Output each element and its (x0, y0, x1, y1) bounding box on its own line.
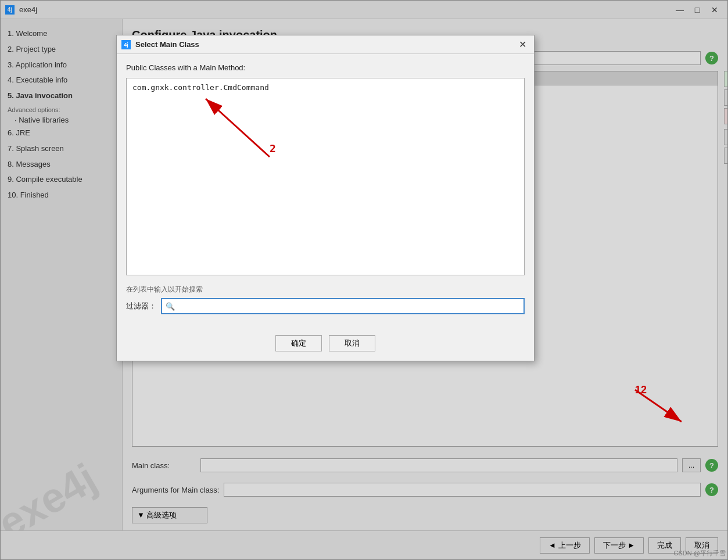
annotation-arrow-2 (188, 93, 304, 163)
main-window: 4j exe4j — □ ✕ 1. Welcome 2. Project typ… (0, 0, 728, 560)
filter-label: 过滤器： (126, 301, 156, 311)
select-main-class-dialog: 4j Select Main Class ✕ Public Classes wi… (116, 35, 535, 361)
annotation-12-label: 12 (635, 384, 647, 396)
annotation-2-label: 2 (270, 142, 276, 155)
dialog-body: Public Classes with a Main Method: com.g… (117, 54, 534, 331)
svg-line-1 (206, 99, 270, 157)
dialog-title-left: 4j Select Main Class (121, 40, 199, 49)
dialog-confirm-button[interactable]: 确定 (275, 335, 322, 351)
search-section: 在列表中输入以开始搜索 过滤器： (126, 285, 525, 314)
annotation-12-area: 12 (623, 384, 693, 432)
svg-line-3 (635, 390, 682, 422)
dialog-cancel-button[interactable]: 取消 (329, 335, 375, 351)
filter-row: 过滤器： (126, 298, 525, 314)
annotation-area: 2 (130, 93, 521, 151)
dialog-icon: 4j (121, 40, 131, 49)
annotation-arrow-12 (623, 384, 693, 430)
dialog-close-button[interactable]: ✕ (515, 38, 529, 51)
filter-text-input[interactable] (166, 302, 520, 311)
dialog-footer: 确定 取消 (117, 331, 534, 361)
dialog-title-bar: 4j Select Main Class ✕ (117, 35, 534, 54)
search-hint: 在列表中输入以开始搜索 (126, 285, 525, 295)
dialog-subtitle: Public Classes with a Main Method: (126, 63, 525, 72)
dialog-overlay: 4j Select Main Class ✕ Public Classes wi… (0, 0, 728, 560)
classes-list[interactable]: com.gnxk.controller.CmdCommand (126, 78, 525, 275)
class-item[interactable]: com.gnxk.controller.CmdCommand (130, 82, 521, 93)
dialog-title: Select Main Class (135, 40, 199, 49)
filter-input-wrapper[interactable] (161, 298, 525, 314)
